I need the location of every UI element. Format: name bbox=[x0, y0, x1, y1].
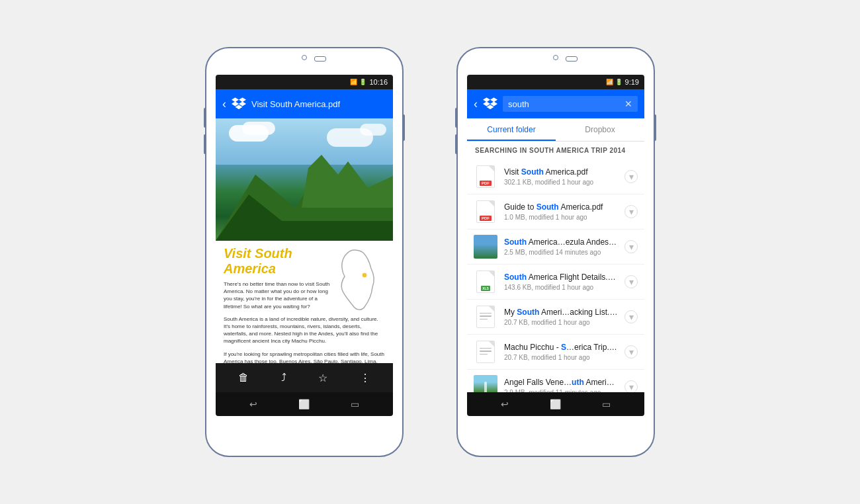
result-chevron[interactable]: ▾ bbox=[624, 240, 638, 253]
recents-nav-right[interactable]: ▭ bbox=[602, 399, 611, 409]
nav-bar-right: ↩ ⬜ ▭ bbox=[467, 392, 644, 416]
back-button-left[interactable]: ‹ bbox=[222, 97, 226, 111]
svg-marker-7 bbox=[302, 155, 393, 208]
name-highlight: uth bbox=[572, 378, 584, 387]
file-icon-container: PDF bbox=[474, 200, 497, 224]
screen-left: 📶 🔋 10:16 ‹ Visit South America bbox=[216, 75, 393, 416]
result-chevron[interactable]: ▾ bbox=[624, 310, 638, 323]
docx-lines-2 bbox=[478, 347, 493, 358]
docx-line bbox=[480, 354, 488, 355]
result-info: Visit South America.pdf 302.1 KB, modifi… bbox=[504, 167, 618, 187]
recents-nav-left[interactable]: ▭ bbox=[351, 399, 359, 409]
list-item[interactable]: South America…ezula Andes.jpg 2.5 MB, mo… bbox=[467, 230, 644, 265]
image-thumbnail-andes bbox=[474, 235, 497, 259]
name-highlight: South bbox=[537, 202, 559, 212]
result-meta: 20.7 KB, modified 1 hour ago bbox=[504, 319, 618, 326]
battery-icon-right: 🔋 bbox=[615, 79, 623, 85]
dropbox-logo-left bbox=[232, 97, 246, 111]
status-time-right: 9:19 bbox=[625, 78, 639, 86]
mountains-svg bbox=[216, 155, 393, 241]
andes-thumbnail-bg bbox=[474, 235, 497, 259]
file-icon-container: XLS bbox=[474, 270, 497, 294]
tab-current-folder[interactable]: Current folder bbox=[467, 118, 556, 141]
pdf-body-2: South America is a land of incredible na… bbox=[224, 315, 385, 345]
list-item[interactable]: Angel Falls Vene…uth America.jpg 2.9 MB,… bbox=[467, 370, 644, 392]
pdf-main-title: Visit South America bbox=[224, 246, 331, 276]
result-chevron[interactable]: ▾ bbox=[624, 380, 638, 392]
cloud-4 bbox=[360, 124, 386, 136]
share-button[interactable]: ⤴ bbox=[281, 372, 286, 384]
volume-up-button-right[interactable] bbox=[455, 108, 458, 128]
status-time-left: 10:16 bbox=[369, 78, 388, 86]
back-nav-left[interactable]: ↩ bbox=[249, 399, 257, 409]
docx-line bbox=[480, 351, 492, 352]
result-chevron[interactable]: ▾ bbox=[624, 275, 638, 288]
result-filename: South America Flight Details.xlsx bbox=[504, 273, 618, 283]
result-chevron[interactable]: ▾ bbox=[624, 345, 638, 358]
pdf-badge: PDF bbox=[480, 216, 492, 221]
tab-dropbox[interactable]: Dropbox bbox=[556, 118, 644, 141]
docx-line bbox=[480, 319, 488, 320]
file-icon-container bbox=[474, 235, 497, 259]
back-nav-right[interactable]: ↩ bbox=[501, 399, 509, 409]
pdf-text-area: Visit South America There's no better ti… bbox=[216, 241, 393, 363]
docx-line bbox=[480, 348, 492, 349]
pdf-badge: PDF bbox=[480, 181, 492, 186]
list-item[interactable]: XLS South America Flight Details.xlsx 14… bbox=[467, 265, 644, 300]
status-icons-left: 📶 🔋 bbox=[350, 79, 366, 85]
svg-marker-12 bbox=[490, 102, 497, 106]
star-button[interactable]: ☆ bbox=[318, 372, 327, 384]
pdf-body-3: If you're looking for sprawling metropol… bbox=[224, 351, 385, 364]
result-info: Machu Picchu - S…erica Trip.docx 20.7 KB… bbox=[504, 343, 618, 362]
file-icon-container bbox=[474, 305, 497, 329]
result-chevron[interactable]: ▾ bbox=[624, 170, 638, 183]
name-prefix: Visit bbox=[504, 167, 521, 177]
home-nav-right[interactable]: ⬜ bbox=[550, 399, 561, 409]
name-suffix: Ameri…acking List.docx bbox=[539, 308, 618, 317]
name-highlight: South bbox=[504, 273, 527, 282]
name-highlight: South bbox=[517, 308, 539, 317]
name-prefix: Angel Falls Vene… bbox=[504, 378, 572, 387]
pdf-file-icon: PDF bbox=[476, 200, 495, 223]
status-icons-right: 📶 🔋 bbox=[606, 79, 623, 85]
svg-marker-0 bbox=[232, 97, 239, 102]
list-item[interactable]: Machu Picchu - S…erica Trip.docx 20.7 KB… bbox=[467, 335, 644, 370]
pdf-content: Visit South America There's no better ti… bbox=[216, 118, 393, 363]
search-section-header: SEARCHING IN SOUTH AMERICA TRIP 2014 bbox=[467, 142, 644, 159]
home-nav-left[interactable]: ⬜ bbox=[298, 399, 310, 409]
power-button-right[interactable] bbox=[654, 114, 656, 141]
result-chevron[interactable]: ▾ bbox=[624, 205, 638, 218]
back-button-right[interactable]: ‹ bbox=[474, 97, 478, 111]
volume-down-button-right[interactable] bbox=[455, 134, 458, 154]
search-bar[interactable]: south ✕ bbox=[503, 96, 638, 112]
name-prefix: Machu Picchu - bbox=[504, 343, 561, 352]
delete-button[interactable]: 🗑 bbox=[238, 372, 249, 384]
more-button[interactable]: ⋮ bbox=[360, 372, 370, 384]
south-america-map-svg bbox=[335, 249, 382, 312]
name-suffix: America.pdf bbox=[544, 167, 588, 177]
file-icon-container bbox=[474, 375, 497, 392]
xlsx-badge: XLS bbox=[481, 286, 490, 291]
search-input-text[interactable]: south bbox=[508, 99, 529, 109]
name-suffix: America.pdf bbox=[559, 202, 603, 212]
power-button[interactable] bbox=[402, 114, 405, 141]
result-filename: South America…ezula Andes.jpg bbox=[504, 237, 618, 248]
result-list: PDF Visit South America.pdf 302.1 KB, mo… bbox=[467, 159, 644, 392]
result-meta: 1.0 MB, modified 1 hour ago bbox=[504, 214, 618, 221]
search-close-button[interactable]: ✕ bbox=[624, 99, 632, 109]
list-item[interactable]: PDF Guide to South America.pdf 1.0 MB, m… bbox=[467, 194, 644, 230]
list-item[interactable]: PDF Visit South America.pdf 302.1 KB, mo… bbox=[467, 159, 644, 194]
name-suffix: America…ezula Andes.jpg bbox=[527, 237, 618, 247]
list-item[interactable]: My South Ameri…acking List.docx 20.7 KB,… bbox=[467, 300, 644, 335]
volume-down-button[interactable] bbox=[204, 134, 206, 154]
svg-marker-10 bbox=[490, 97, 497, 102]
svg-marker-11 bbox=[483, 102, 490, 106]
result-meta: 143.6 KB, modified 1 hour ago bbox=[504, 284, 618, 291]
dropbox-logo-right bbox=[483, 97, 497, 111]
battery-icon: 🔋 bbox=[359, 79, 366, 85]
cloud-2 bbox=[242, 122, 275, 135]
pdf-body-1: There's no better time than now to visit… bbox=[224, 280, 331, 310]
nav-bar-left: ↩ ⬜ ▭ bbox=[216, 392, 393, 416]
volume-up-button[interactable] bbox=[204, 108, 206, 128]
search-tabs: Current folder Dropbox bbox=[467, 118, 644, 142]
